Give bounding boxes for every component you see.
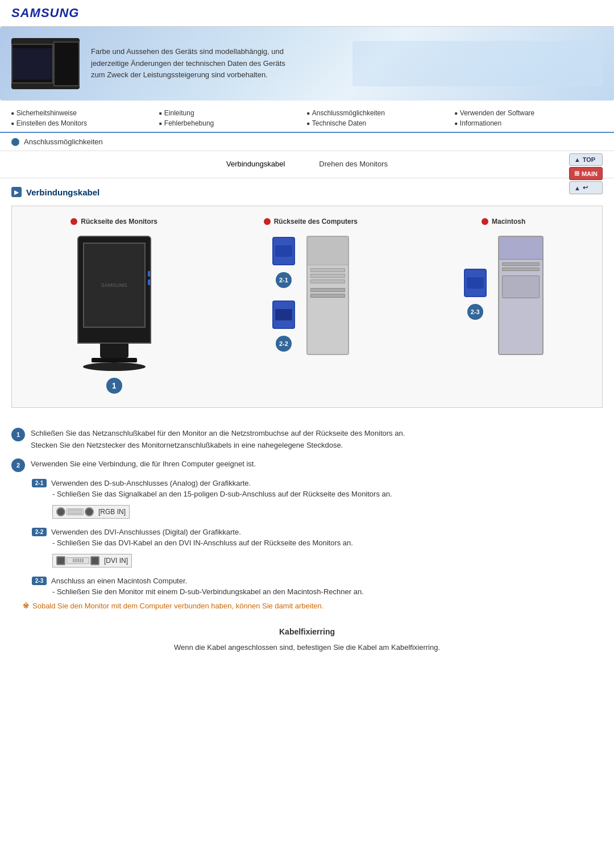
back-icon: ↩ [583,184,588,191]
badge-2-2: 2-2 [276,336,292,352]
nav-item-software[interactable]: Verwenden der Software [455,109,603,117]
section-title-icon [11,187,22,197]
diagram-mac-title: Macintosh [482,218,525,226]
top-arrow-icon: ▲ [574,156,580,163]
instructions: 1 Schließen Sie das Netzanschlußkabel fü… [0,428,614,610]
nav-item-fehlerbehebung[interactable]: Fehlerbehebung [159,119,307,127]
nav-item-info[interactable]: Informationen [455,119,603,127]
breadcrumb: Anschlussmöglichkeiten [0,133,614,151]
dvi-in-connector: [DVI IN] [52,554,132,567]
red-dot-monitor [70,218,77,225]
main-button[interactable]: ⊞ MAIN [569,167,603,180]
diagram-mac-section: Macintosh 2-3 [464,218,544,355]
diagram-computer-title: Rückseite des Computers [264,218,358,226]
diagram-monitor-section: Rückseite des Monitors SAMSUNG [70,218,157,396]
step-badge-1: 1 [11,428,25,441]
banner-monitor-image [11,38,80,89]
note: ※ Sobald Sie den Monitor mit dem Compute… [23,602,591,610]
step-badge-2-3: 2-3 [32,577,47,585]
banner: Farbe und Aussehen des Geräts sind model… [0,27,614,101]
step-badge-2: 2 [11,458,25,472]
breadcrumb-label: Anschlussmöglichkeiten [24,137,103,146]
nav-item-anschluss[interactable]: Anschlussmöglichkeiten [307,109,455,117]
diagram-box: Rückseite des Monitors SAMSUNG [11,206,603,408]
kabel-text: Wenn die Kabel angeschlossen sind, befes… [11,642,603,654]
badge-1: 1 [106,378,122,394]
section-title: Verbindungskabel [11,187,603,197]
tab-verbindungskabel[interactable]: Verbindungskabel [226,160,285,169]
instruction-2-2: 2-2 Verwenden des DVI-Anschlusses (Digit… [32,528,603,572]
banner-text: Farbe und Aussehen des Geräts sind model… [91,46,290,81]
diagram-monitor-title: Rückseite des Monitors [70,218,157,226]
step-badge-2-1: 2-1 [32,479,47,487]
badge-2-3: 2-3 [467,304,483,320]
top-button[interactable]: ▲ TOP [569,153,603,166]
samsung-logo: SAMSUNG [11,6,603,20]
rgb-in-connector: [RGB IN] [52,505,130,519]
nav-item-einstellen[interactable]: Einstellen des Monitors [11,119,159,127]
tab-drehen[interactable]: Drehen des Monitors [319,160,388,169]
instruction-1: 1 Schließen Sie das Netzanschlußkabel fü… [11,428,603,452]
instruction-2: 2 Verwenden Sie eine Verbindung, die für… [11,458,603,472]
note-mark: ※ [23,602,29,610]
instruction-2-3: 2-3 Anschluss an einen Macintosh Compute… [32,577,603,596]
nav-item-einleitung[interactable]: Einleitung [159,109,307,117]
side-buttons-container: ▲ TOP ⊞ MAIN ▲ ↩ [569,153,603,194]
nav-item-sicherheit[interactable]: Sicherheitshinweise [11,109,159,117]
instruction-2-1: 2-1 Verwenden des D-sub-Anschlusses (Ana… [32,479,603,523]
kabel-title: Kabelfixierring [11,627,603,636]
kabel-section: Kabelfixierring Wenn die Kabel angeschlo… [0,616,614,665]
nav-item-technische[interactable]: Technische Daten [307,119,455,127]
breadcrumb-icon [11,138,19,146]
tabs-container: Verbindungskabel Drehen des Monitors [0,151,614,178]
red-dot-computer [264,218,271,225]
red-dot-mac [482,218,488,225]
back-arrow-icon: ▲ [574,185,580,191]
step-badge-2-2: 2-2 [32,528,47,536]
badge-2-1: 2-1 [276,272,292,288]
main-icon: ⊞ [574,170,579,177]
back-button[interactable]: ▲ ↩ [569,181,603,194]
diagram-computer-section: Rückseite des Computers 2-1 2-2 [264,218,358,355]
